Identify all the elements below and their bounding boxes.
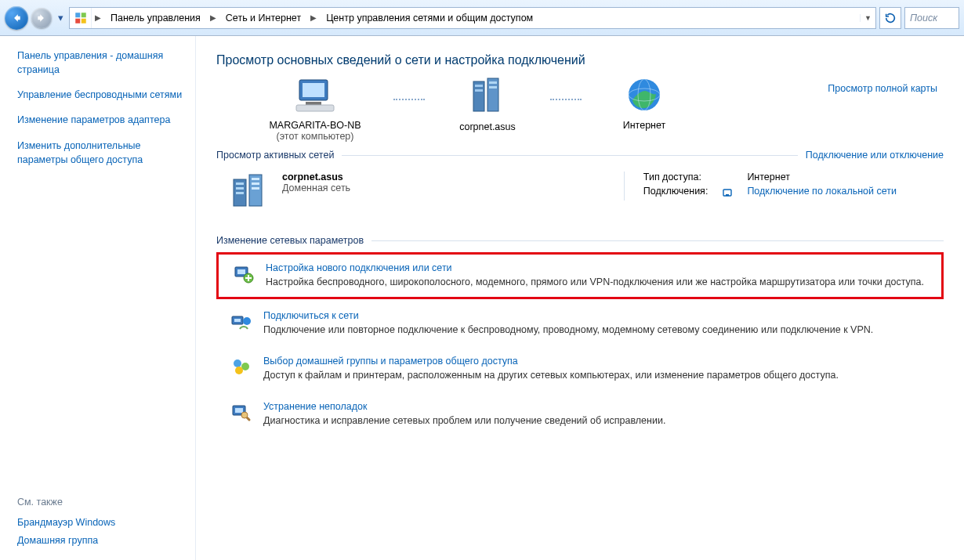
svg-point-35	[235, 367, 243, 374]
svg-point-38	[241, 412, 248, 418]
task-desc: Настройка беспроводного, широкополосного…	[266, 275, 929, 289]
nav-back-button[interactable]	[5, 6, 28, 30]
new-connection-icon	[233, 262, 255, 287]
task-title[interactable]: Настройка нового подключения или сети	[266, 262, 929, 273]
task-troubleshoot[interactable]: Устранение неполадок Диагностика и испра…	[216, 393, 944, 435]
task-title[interactable]: Выбор домашней группы и параметров общег…	[263, 356, 931, 367]
sidebar-link-wireless[interactable]: Управление беспроводными сетями	[17, 88, 184, 102]
globe-icon	[626, 77, 662, 115]
map-connector-icon	[393, 99, 425, 100]
svg-rect-21	[236, 192, 244, 194]
sidebar-footer-firewall[interactable]: Брандмауэр Windows	[17, 514, 184, 532]
connections-label: Подключения:	[643, 186, 709, 197]
troubleshoot-icon	[230, 401, 252, 425]
breadcrumb-root-icon[interactable]	[70, 8, 92, 28]
svg-rect-3	[81, 18, 85, 23]
svg-rect-5	[303, 83, 324, 97]
svg-rect-20	[236, 187, 244, 190]
svg-rect-2	[75, 18, 80, 23]
map-computer-sub: (этот компьютер)	[277, 131, 354, 142]
homegroup-icon	[230, 356, 252, 380]
ethernet-icon	[722, 187, 733, 201]
map-network-name: corpnet.asus	[459, 121, 516, 132]
refresh-button[interactable]	[879, 7, 901, 29]
svg-rect-13	[489, 86, 497, 89]
change-settings-header: Изменение сетевых параметров	[216, 235, 364, 246]
map-node-computer[interactable]: MARGARITA-BO-NB (этот компьютер)	[245, 77, 386, 142]
svg-rect-0	[75, 13, 80, 17]
task-connect-network[interactable]: Подключиться к сети Подключение или повт…	[216, 302, 944, 345]
svg-rect-37	[235, 408, 243, 413]
active-network-name: corpnet.asus	[282, 172, 350, 182]
breadcrumb-item-network-internet[interactable]: Сеть и Интернет	[219, 8, 307, 28]
svg-rect-6	[306, 102, 321, 105]
breadcrumb-item-network-center[interactable]: Центр управления сетями и общим доступом	[320, 8, 539, 28]
task-desc: Диагностика и исправление сетевых пробле…	[263, 414, 931, 428]
svg-rect-7	[296, 105, 334, 111]
svg-rect-31	[234, 319, 241, 322]
map-node-network[interactable]: corpnet.asus	[433, 77, 542, 132]
map-node-internet[interactable]: Интернет	[589, 77, 699, 131]
connect-network-icon	[230, 310, 252, 334]
active-networks-header: Просмотр активных сетей	[216, 150, 334, 161]
task-desc: Доступ к файлам и принтерам, расположенн…	[263, 368, 931, 382]
server-rack-icon	[470, 77, 505, 117]
sidebar-footer-homegroup[interactable]: Домашняя группа	[17, 532, 184, 550]
map-connector-icon	[550, 99, 582, 100]
svg-rect-28	[237, 269, 245, 274]
nav-history-dropdown[interactable]: ▾	[55, 12, 66, 23]
breadcrumb-item-control-panel[interactable]: Панель управления	[104, 8, 207, 28]
search-input[interactable]: Поиск	[904, 7, 959, 29]
computer-icon	[295, 77, 335, 115]
svg-rect-11	[475, 89, 483, 92]
nav-forward-button[interactable]	[31, 8, 52, 28]
chevron-right-icon[interactable]: ▶	[207, 8, 219, 28]
page-title: Просмотр основных сведений о сети и наст…	[216, 53, 944, 67]
map-internet-label: Интернет	[623, 120, 666, 131]
sidebar-link-home[interactable]: Панель управления - домашняя страница	[17, 49, 184, 77]
map-computer-name: MARGARITA-BO-NB	[269, 120, 361, 131]
sidebar-see-also-header: См. также	[17, 497, 184, 508]
svg-rect-23	[252, 182, 259, 185]
chevron-right-icon[interactable]: ▶	[307, 8, 320, 28]
svg-rect-24	[252, 187, 259, 190]
svg-rect-1	[81, 13, 85, 17]
svg-rect-12	[489, 81, 497, 84]
active-network-row: corpnet.asus Доменная сеть Тип доступа: …	[216, 165, 944, 219]
chevron-right-icon[interactable]: ▶	[92, 8, 104, 28]
sidebar-link-sharing[interactable]: Изменить дополнительные параметры общего…	[17, 139, 184, 167]
access-type-label: Тип доступа:	[643, 172, 709, 182]
breadcrumb-bar: ▶ Панель управления ▶ Сеть и Интернет ▶ …	[69, 7, 876, 29]
svg-rect-19	[236, 182, 244, 185]
address-bar: ▾ ▶ Панель управления ▶ Сеть и Интернет …	[0, 0, 964, 36]
task-homegroup[interactable]: Выбор домашней группы и параметров общег…	[216, 348, 944, 390]
connect-disconnect-link[interactable]: Подключение или отключение	[806, 150, 944, 161]
svg-rect-22	[252, 178, 259, 180]
svg-rect-10	[475, 85, 483, 87]
domain-network-icon	[229, 172, 268, 213]
breadcrumb-dropdown[interactable]: ▼	[860, 14, 875, 22]
connection-link[interactable]: Подключение по локальной сети	[747, 186, 897, 197]
task-setup-connection[interactable]: Настройка нового подключения или сети На…	[216, 252, 944, 299]
task-title[interactable]: Устранение неполадок	[263, 401, 931, 412]
svg-point-32	[243, 317, 251, 325]
full-map-link[interactable]: Просмотр полной карты	[828, 83, 937, 94]
access-type-value: Интернет	[747, 172, 897, 182]
sidebar-link-adapter[interactable]: Изменение параметров адаптера	[17, 113, 184, 127]
svg-rect-26	[726, 194, 729, 196]
task-desc: Подключение или повторное подключение к …	[263, 323, 931, 337]
svg-point-33	[234, 359, 241, 367]
active-network-type: Доменная сеть	[282, 182, 350, 193]
task-title[interactable]: Подключиться к сети	[263, 310, 931, 321]
content-pane: Просмотр основных сведений о сети и наст…	[196, 36, 964, 560]
sidebar: Панель управления - домашняя страница Уп…	[0, 36, 196, 560]
network-map: Просмотр полной карты MARGARITA-BO-NB (э…	[216, 77, 944, 142]
